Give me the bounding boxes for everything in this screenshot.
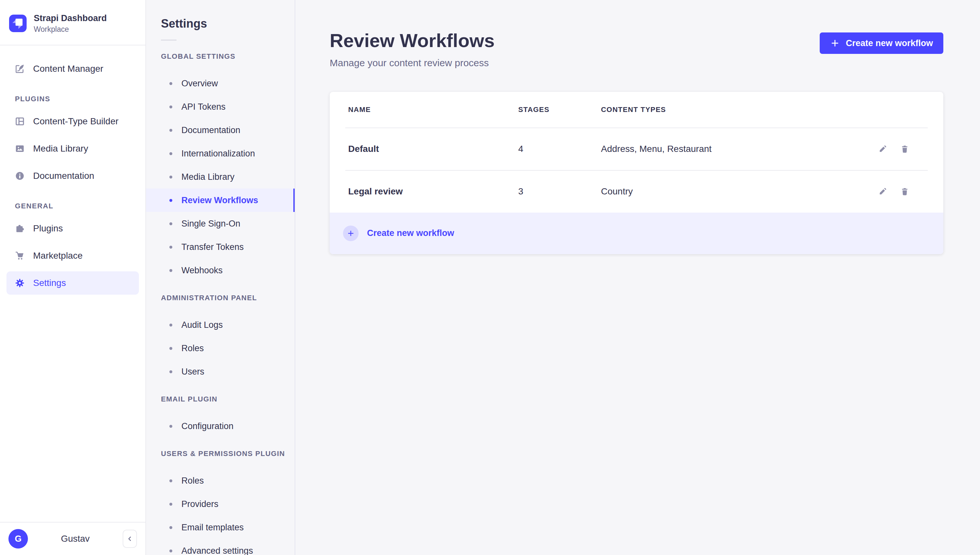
bullet-icon xyxy=(170,176,172,178)
bullet-icon xyxy=(170,199,172,202)
bullet-icon xyxy=(170,152,172,155)
create-workflow-row[interactable]: Create new workflow xyxy=(330,213,943,254)
settings-subnav: Settings GLOBAL SETTINGS Overview API To… xyxy=(146,0,295,555)
app-root: Strapi Dashboard Workplace Content Manag… xyxy=(0,0,980,555)
workflow-name: Default xyxy=(348,144,518,154)
delete-workflow-button[interactable] xyxy=(900,144,910,154)
create-workflow-button[interactable]: Create new workflow xyxy=(820,32,943,54)
settings-nav-item-internationalization[interactable]: Internationalization xyxy=(146,142,295,165)
table-row-default: Default 4 Address, Menu, Restaurant xyxy=(330,128,943,170)
sidebar-item-plugins[interactable]: Plugins xyxy=(6,217,139,240)
sidebar-item-documentation[interactable]: Documentation xyxy=(6,164,139,188)
row-actions xyxy=(878,187,925,196)
bullet-icon xyxy=(170,503,172,506)
settings-nav-item-up-roles[interactable]: Roles xyxy=(146,469,295,492)
workflow-content-types: Country xyxy=(601,186,878,197)
bullet-icon xyxy=(170,480,172,482)
sidebar-item-label: Content Manager xyxy=(33,64,103,74)
settings-nav-item-transfer-tokens[interactable]: Transfer Tokens xyxy=(146,235,295,259)
settings-nav-item-advanced-settings[interactable]: Advanced settings xyxy=(146,539,295,555)
settings-nav-item-users[interactable]: Users xyxy=(146,360,295,383)
sidebar-section-plugins: PLUGINS xyxy=(15,95,130,103)
column-header-name: NAME xyxy=(348,106,518,114)
bullet-icon xyxy=(170,106,172,108)
sidebar-item-media-library[interactable]: Media Library xyxy=(6,137,139,160)
edit-workflow-button[interactable] xyxy=(878,144,887,154)
settings-nav-item-api-tokens[interactable]: API Tokens xyxy=(146,95,295,119)
sidebar-footer: G Gustav xyxy=(0,522,146,555)
pencil-icon xyxy=(878,144,887,154)
workspace-switcher[interactable]: Strapi Dashboard Workplace xyxy=(0,0,146,45)
workflow-stages: 4 xyxy=(518,144,601,154)
sidebar-item-label: Plugins xyxy=(33,223,63,234)
sidebar-item-content-manager[interactable]: Content Manager xyxy=(6,57,139,80)
plus-icon xyxy=(830,38,840,48)
workflow-stages: 3 xyxy=(518,186,601,197)
trash-icon xyxy=(900,144,910,154)
plugins-icon xyxy=(14,223,25,234)
plus-circle-icon xyxy=(343,226,359,241)
table-row-legal-review: Legal review 3 Country xyxy=(330,171,943,213)
column-header-stages: STAGES xyxy=(518,106,601,114)
sidebar-item-label: Marketplace xyxy=(33,250,83,261)
sidebar-item-label: Content-Type Builder xyxy=(33,116,118,127)
edit-workflow-button[interactable] xyxy=(878,187,887,196)
workspace-text: Strapi Dashboard Workplace xyxy=(34,13,107,34)
bullet-icon xyxy=(170,129,172,132)
settings-nav-item-overview[interactable]: Overview xyxy=(146,72,295,95)
workspace-name: Workplace xyxy=(34,25,107,34)
sidebar-item-label: Documentation xyxy=(33,171,94,181)
content-manager-icon xyxy=(14,63,25,74)
settings-nav-item-audit-logs[interactable]: Audit Logs xyxy=(146,313,295,337)
documentation-icon xyxy=(14,170,25,181)
settings-nav-item-media-library[interactable]: Media Library xyxy=(146,165,295,189)
bullet-icon xyxy=(170,82,172,85)
settings-nav-item-email-templates[interactable]: Email templates xyxy=(146,516,295,539)
subnav-list-email: Configuration xyxy=(146,414,295,438)
bullet-icon xyxy=(170,526,172,529)
sidebar-item-settings[interactable]: Settings xyxy=(6,271,139,295)
avatar[interactable]: G xyxy=(8,529,28,549)
settings-nav-item-providers[interactable]: Providers xyxy=(146,492,295,516)
settings-gear-icon xyxy=(14,278,25,289)
bullet-icon xyxy=(170,222,172,225)
bullet-icon xyxy=(170,550,172,552)
bullet-icon xyxy=(170,269,172,272)
subnav-section-administration-panel: ADMINISTRATION PANEL xyxy=(161,294,295,302)
collapse-sidebar-button[interactable] xyxy=(123,530,137,548)
workflow-name: Legal review xyxy=(348,186,518,197)
bullet-icon xyxy=(170,324,172,327)
settings-nav-item-configuration[interactable]: Configuration xyxy=(146,414,295,438)
table-header-row: NAME STAGES CONTENT TYPES xyxy=(330,92,943,128)
trash-icon xyxy=(900,187,910,196)
sidebar-item-content-type-builder[interactable]: Content-Type Builder xyxy=(6,110,139,133)
subnav-list-users-permissions: Roles Providers Email templates Advanced… xyxy=(146,469,295,555)
settings-nav-item-review-workflows[interactable]: Review Workflows xyxy=(146,189,295,212)
subnav-section-users-permissions-plugin: USERS & PERMISSIONS PLUGIN xyxy=(161,449,295,458)
column-header-content-types: CONTENT TYPES xyxy=(601,106,910,114)
sidebar-item-marketplace[interactable]: Marketplace xyxy=(6,244,139,268)
subnav-list-admin: Audit Logs Roles Users xyxy=(146,313,295,383)
strapi-logo-icon xyxy=(9,14,27,32)
main-content: Review Workflows Manage your content rev… xyxy=(295,0,980,555)
bullet-icon xyxy=(170,425,172,428)
bullet-icon xyxy=(170,371,172,373)
sidebar-item-label: Settings xyxy=(33,278,66,288)
marketplace-icon xyxy=(14,250,25,261)
content-type-builder-icon xyxy=(14,116,25,127)
chevron-left-icon xyxy=(126,534,134,543)
page-header: Review Workflows Manage your content rev… xyxy=(330,30,943,69)
subnav-section-global-settings: GLOBAL SETTINGS xyxy=(161,52,295,61)
media-library-icon xyxy=(14,143,25,154)
user-name: Gustav xyxy=(28,534,123,544)
settings-nav-item-admin-roles[interactable]: Roles xyxy=(146,337,295,360)
settings-nav-item-documentation[interactable]: Documentation xyxy=(146,119,295,142)
delete-workflow-button[interactable] xyxy=(900,187,910,196)
workflows-table: NAME STAGES CONTENT TYPES Default 4 Addr… xyxy=(330,92,943,254)
settings-nav-item-single-sign-on[interactable]: Single Sign-On xyxy=(146,212,295,235)
bullet-icon xyxy=(170,347,172,350)
settings-nav-item-webhooks[interactable]: Webhooks xyxy=(146,259,295,282)
sidebar-item-label: Media Library xyxy=(33,143,88,154)
app-title: Strapi Dashboard xyxy=(34,13,107,24)
page-title: Review Workflows xyxy=(330,30,495,51)
